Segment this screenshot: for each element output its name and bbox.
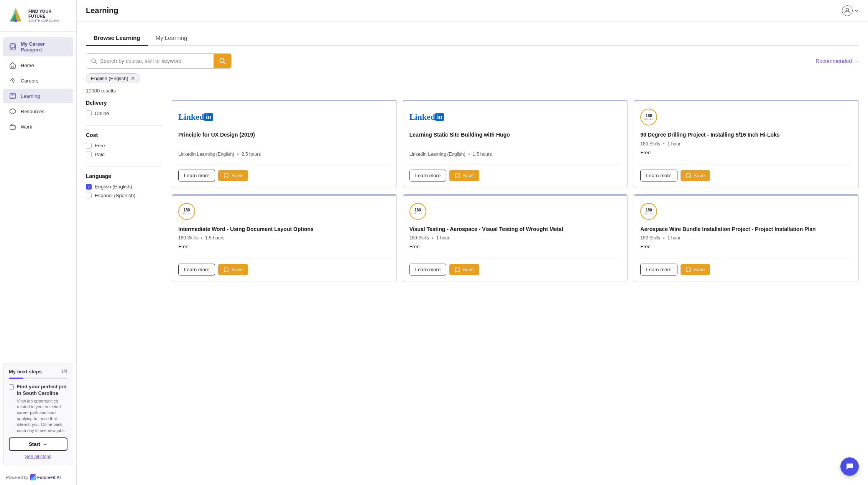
card-3-divider xyxy=(640,165,852,165)
sidebar-item-passport[interactable]: My Career Passport xyxy=(3,37,73,56)
search-button[interactable] xyxy=(214,54,231,68)
sidebar-item-careers[interactable]: Careers xyxy=(3,73,73,88)
search-icon xyxy=(91,58,97,64)
work-icon xyxy=(9,123,16,130)
svg-point-18 xyxy=(92,59,95,63)
filter-option-spanish[interactable]: Español (Spanish) xyxy=(86,193,163,198)
card-1-actions: Learn more Save xyxy=(178,170,390,181)
online-checkbox[interactable] xyxy=(86,111,92,116)
card-6-divider xyxy=(640,259,852,259)
card-2-meta: LinkedIn Learning (English) 1.5 hours xyxy=(409,152,621,157)
powered-by-label: Powered by xyxy=(6,475,28,480)
card-6-learn-more-button[interactable]: Learn more xyxy=(640,264,677,275)
card-4-duration: 1.5 hours xyxy=(205,235,224,241)
start-button-label: Start xyxy=(29,441,40,447)
recommended-link[interactable]: Recommended → xyxy=(815,58,859,64)
logo-area: FIND YOUR FUTURE SOUTH CAROLINA xyxy=(0,0,76,32)
filter-divider-2 xyxy=(86,167,163,167)
sidebar-item-careers-label: Careers xyxy=(21,78,38,84)
card-4-learn-more-button[interactable]: Learn more xyxy=(178,264,215,275)
card-5-divider xyxy=(409,259,621,259)
card-2-source: LinkedIn Learning (English) xyxy=(409,152,465,157)
course-card-3: 180 SKILLS 90 Degree Drilling Project - … xyxy=(634,100,859,188)
card-3-price: Free xyxy=(640,150,852,155)
next-steps-checkbox[interactable] xyxy=(9,384,14,389)
card-3-learn-more-button[interactable]: Learn more xyxy=(640,170,677,181)
search-input[interactable] xyxy=(100,54,209,68)
card-1-meta: LinkedIn Learning (English) 2.5 hours xyxy=(178,152,390,157)
card-5-save-button[interactable]: Save xyxy=(449,264,479,275)
filter-option-paid[interactable]: Paid xyxy=(86,152,163,157)
card-2-actions: Learn more Save xyxy=(409,170,621,181)
card-5-duration: 1 hour xyxy=(436,235,449,241)
svg-point-3 xyxy=(14,19,17,22)
chat-bubble-button[interactable] xyxy=(840,457,859,476)
chat-icon xyxy=(845,462,854,471)
card-5-learn-more-button[interactable]: Learn more xyxy=(409,264,446,275)
start-button[interactable]: Start → xyxy=(9,437,67,451)
next-steps-item: Find your perfect job in South Carolina … xyxy=(9,384,67,434)
sidebar-item-resources[interactable]: Resources xyxy=(3,104,73,119)
filters-panel: Delivery Online Cost Free Paid xyxy=(86,100,163,282)
svg-point-17 xyxy=(846,8,849,11)
powered-by-footer: Powered by FutureFit AI xyxy=(0,470,76,485)
card-1-learn-more-button[interactable]: Learn more xyxy=(178,170,215,181)
tab-my-learning[interactable]: My Learning xyxy=(148,31,195,46)
card-3-save-button[interactable]: Save xyxy=(681,170,710,181)
browse-layout: Delivery Online Cost Free Paid xyxy=(86,100,859,282)
delivery-filter-section: Delivery Online xyxy=(86,100,163,116)
card-4-actions: Learn more Save xyxy=(178,264,390,275)
spanish-checkbox[interactable] xyxy=(86,193,92,198)
english-label: English (English) xyxy=(95,184,132,190)
topbar: Learning xyxy=(77,0,868,21)
tab-browse-learning[interactable]: Browse Learning xyxy=(86,31,148,46)
search-box xyxy=(86,53,232,69)
card-5-actions: Learn more Save xyxy=(409,264,621,275)
sidebar-navigation: My Career Passport Home Careers Learning xyxy=(0,32,76,358)
sidebar-item-home[interactable]: Home xyxy=(3,58,73,73)
course-card-6: 180 SKILLS Aerospace Wire Bundle Install… xyxy=(634,194,859,282)
card-5-price: Free xyxy=(409,244,621,249)
filter-option-online[interactable]: Online xyxy=(86,111,163,116)
language-filter-section: Language English (English) Español (Span… xyxy=(86,173,163,198)
next-steps-description: View job opportunities related to your s… xyxy=(17,398,67,434)
free-checkbox[interactable] xyxy=(86,143,92,148)
filter-option-english[interactable]: English (English) xyxy=(86,184,163,190)
online-label: Online xyxy=(95,111,109,116)
card-4-save-button[interactable]: Save xyxy=(218,264,248,275)
card-6-title: Aerospace Wire Bundle Installation Proje… xyxy=(640,226,852,233)
card-1-save-button[interactable]: Save xyxy=(218,170,248,181)
filter-option-free[interactable]: Free xyxy=(86,143,163,148)
svg-line-21 xyxy=(224,62,225,64)
main-content: Learning Browse Learning My Learning xyxy=(77,0,868,485)
chevron-down-icon xyxy=(854,8,859,13)
sidebar-item-work[interactable]: Work xyxy=(3,119,73,134)
see-all-steps-link[interactable]: See all steps xyxy=(9,454,67,459)
card-6-save-label: Save xyxy=(694,267,705,272)
meta-dot xyxy=(237,153,238,155)
save-icon xyxy=(455,173,460,178)
save-icon xyxy=(224,173,229,178)
brand-sub: SOUTH CAROLINA xyxy=(28,19,59,23)
card-2-learn-more-button[interactable]: Learn more xyxy=(409,170,446,181)
sidebar-item-resources-label: Resources xyxy=(21,109,44,114)
card-4-source: 180 Skills xyxy=(178,235,198,241)
search-row: Recommended → xyxy=(86,53,859,69)
card-5-logo: 180 SKILLS xyxy=(409,202,621,221)
save-icon xyxy=(686,267,691,272)
save-icon xyxy=(455,267,460,272)
sidebar-item-learning[interactable]: Learning xyxy=(3,89,73,103)
course-grid: Linked in Principle for UX Design (2019)… xyxy=(172,100,859,282)
learning-icon xyxy=(9,92,16,99)
english-checkbox[interactable] xyxy=(86,184,92,190)
brand-logo-icon xyxy=(6,6,25,25)
paid-checkbox[interactable] xyxy=(86,152,92,157)
filter-tag-label: English (English) xyxy=(91,76,128,81)
course-card-2: Linked in Learning Static Site Building … xyxy=(403,100,628,188)
delivery-filter-title: Delivery xyxy=(86,100,163,106)
card-2-save-button[interactable]: Save xyxy=(449,170,479,181)
user-menu[interactable] xyxy=(842,5,859,16)
filter-tag-remove-icon[interactable]: ✕ xyxy=(131,75,135,81)
card-6-save-button[interactable]: Save xyxy=(681,264,710,275)
card-3-save-label: Save xyxy=(694,173,705,178)
